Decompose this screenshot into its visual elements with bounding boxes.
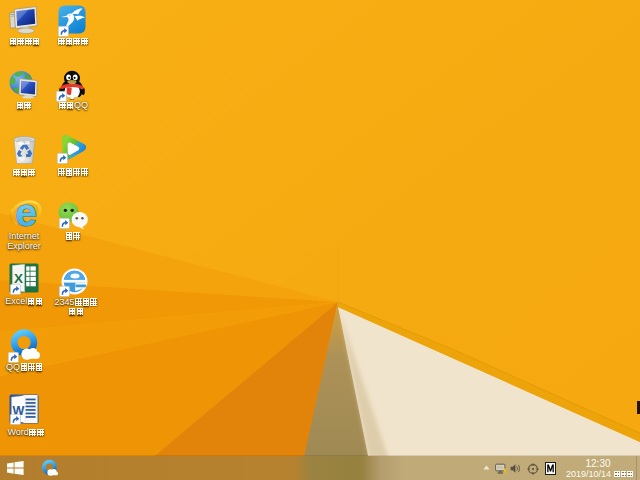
svg-text:e: e: [15, 191, 37, 234]
